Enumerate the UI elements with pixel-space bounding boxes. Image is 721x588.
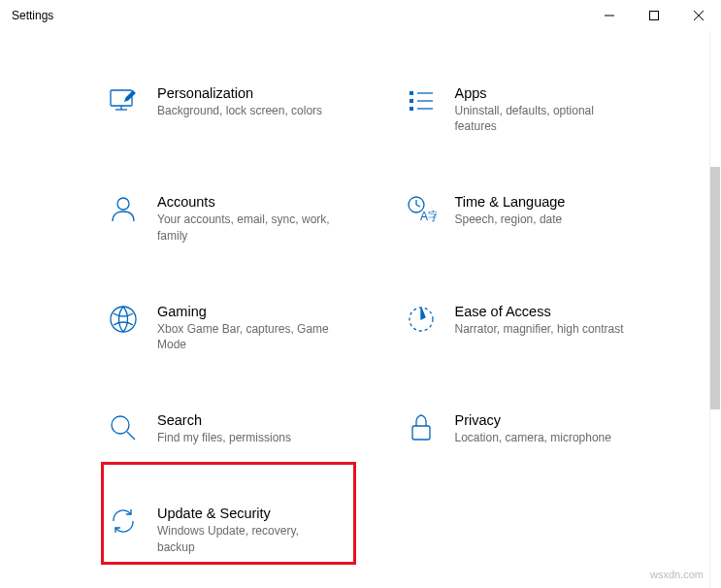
accounts-icon: [107, 194, 140, 227]
privacy-icon: [405, 412, 438, 445]
category-search[interactable]: Search Find my files, permissions: [107, 407, 366, 451]
personalization-icon: [107, 85, 140, 118]
category-gaming[interactable]: Gaming Xbox Game Bar, captures, Game Mod…: [107, 298, 366, 358]
svg-text:A字: A字: [420, 210, 437, 223]
category-privacy[interactable]: Privacy Location, camera, microphone: [405, 407, 664, 451]
maximize-button[interactable]: [632, 0, 676, 31]
svg-rect-22: [412, 426, 430, 440]
category-title: Apps: [455, 85, 630, 101]
svg-rect-7: [410, 91, 413, 95]
category-desc: Find my files, permissions: [157, 430, 291, 445]
category-title: Privacy: [455, 412, 611, 428]
category-title: Time & Language: [455, 194, 566, 210]
scrollbar-thumb[interactable]: [710, 167, 720, 409]
svg-point-20: [112, 416, 129, 434]
svg-line-16: [416, 205, 420, 207]
category-desc: Xbox Game Bar, captures, Game Mode: [157, 321, 332, 352]
category-desc: Narrator, magnifier, high contrast: [455, 321, 624, 337]
ease-of-access-icon: [405, 304, 438, 337]
category-desc: Windows Update, recovery, backup: [157, 523, 332, 554]
search-icon: [107, 412, 140, 445]
settings-categories: Personalization Background, lock screen,…: [0, 31, 721, 580]
category-desc: Uninstall, defaults, optional features: [455, 103, 630, 134]
close-button[interactable]: [676, 0, 721, 31]
window-title: Settings: [12, 9, 53, 22]
category-title: Search: [157, 412, 291, 428]
category-title: Update & Security: [157, 506, 332, 521]
watermark-text: wsxdn.com: [650, 569, 704, 580]
category-update-security[interactable]: Update & Security Windows Update, recove…: [107, 500, 366, 560]
minimize-button[interactable]: [587, 0, 632, 31]
category-desc: Your accounts, email, sync, work, family: [157, 212, 332, 243]
gaming-icon: [107, 304, 140, 337]
svg-point-18: [111, 307, 136, 332]
svg-rect-1: [650, 11, 659, 19]
category-personalization[interactable]: Personalization Background, lock screen,…: [107, 80, 366, 140]
category-desc: Background, lock screen, colors: [157, 103, 322, 118]
time-language-icon: A字: [405, 194, 438, 227]
category-title: Gaming: [157, 304, 332, 319]
svg-line-21: [127, 432, 135, 440]
svg-point-13: [117, 198, 129, 210]
category-title: Personalization: [157, 85, 322, 101]
category-accounts[interactable]: Accounts Your accounts, email, sync, wor…: [107, 188, 366, 248]
vertical-scrollbar[interactable]: [709, 31, 721, 588]
update-security-icon: [107, 506, 140, 539]
svg-rect-8: [410, 99, 413, 103]
category-desc: Speech, region, date: [455, 212, 566, 227]
category-time-language[interactable]: A字 Time & Language Speech, region, date: [405, 188, 664, 248]
svg-rect-9: [410, 107, 413, 111]
apps-icon: [405, 85, 438, 118]
titlebar: Settings: [0, 0, 721, 31]
category-ease-of-access[interactable]: Ease of Access Narrator, magnifier, high…: [405, 298, 664, 358]
window-controls: [587, 0, 721, 31]
category-desc: Location, camera, microphone: [455, 430, 611, 445]
category-apps[interactable]: Apps Uninstall, defaults, optional featu…: [405, 80, 664, 140]
category-title: Ease of Access: [455, 304, 624, 319]
category-title: Accounts: [157, 194, 332, 210]
